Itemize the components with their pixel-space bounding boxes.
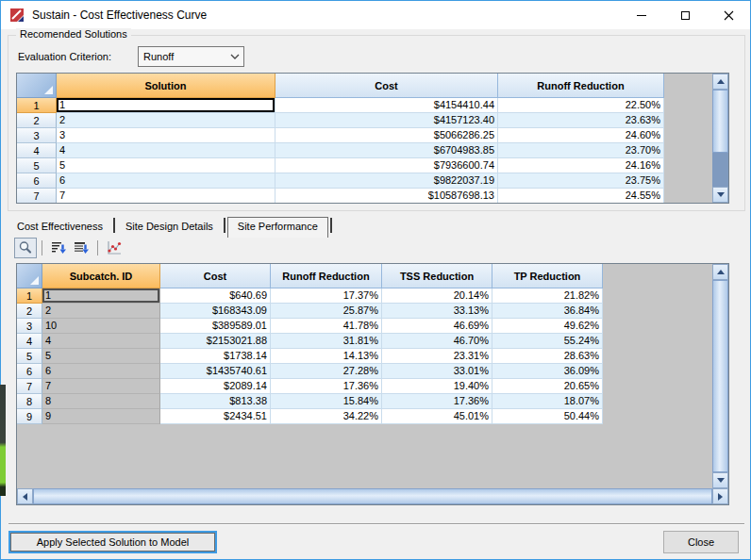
grid-cell[interactable]: 25.87% [271, 304, 382, 319]
grid-cell[interactable]: 5 [57, 158, 275, 173]
grid-cell[interactable]: 22.50% [498, 98, 664, 113]
grid-cell[interactable]: 15.84% [271, 394, 382, 409]
grid-cell[interactable]: 36.09% [492, 364, 603, 379]
grid-cell[interactable]: 49.62% [492, 319, 603, 334]
grid-cell[interactable]: 2 [57, 113, 275, 128]
row-header[interactable]: 5 [17, 349, 42, 364]
scroll-up-button[interactable] [712, 74, 728, 90]
grid-cell[interactable]: $2089.14 [160, 379, 271, 394]
column-header-solution[interactable]: Solution [57, 74, 275, 98]
grid-cell[interactable]: 23.31% [382, 349, 492, 364]
grid-cell[interactable]: 27.28% [271, 364, 382, 379]
column-header-cost[interactable]: Cost [275, 74, 498, 98]
grid-cell-selected[interactable]: 1 [42, 288, 160, 304]
row-header[interactable]: 1 [17, 98, 57, 113]
zoom-button[interactable] [14, 238, 37, 258]
apply-solution-button[interactable]: Apply Selected Solution to Model [8, 531, 217, 553]
grid-cell[interactable]: $7936600.74 [275, 158, 498, 173]
grid-cell[interactable]: $4154410.44 [275, 98, 498, 113]
row-header[interactable]: 5 [17, 158, 57, 173]
grid-cell[interactable]: $1738.14 [160, 349, 271, 364]
grid-cell[interactable]: 17.37% [271, 288, 382, 304]
column-header-cost[interactable]: Cost [160, 264, 271, 288]
grid-cell[interactable]: 46.69% [382, 319, 492, 334]
grid-cell[interactable]: $2434.51 [160, 409, 271, 424]
column-header-runoff-reduction[interactable]: Runoff Reduction [271, 264, 382, 288]
grid-cell[interactable]: 45.01% [382, 409, 492, 424]
grid-cell[interactable]: 3 [57, 128, 275, 143]
vertical-scrollbar[interactable] [712, 264, 728, 488]
grid-cell[interactable]: 17.36% [382, 394, 492, 409]
grid-cell[interactable]: 21.82% [492, 288, 603, 304]
horizontal-scrollbar[interactable] [17, 488, 728, 504]
grid-cell[interactable]: 33.13% [382, 304, 492, 319]
show-chart-button[interactable] [103, 238, 125, 258]
grid-cell[interactable]: 18.07% [492, 394, 603, 409]
row-header[interactable]: 3 [17, 319, 42, 334]
minimize-button[interactable] [620, 1, 663, 29]
grid-cell[interactable]: 10 [42, 319, 160, 334]
grid-cell[interactable]: 19.40% [382, 379, 492, 394]
export-data-button[interactable] [70, 238, 92, 258]
tab-cost-effectiveness[interactable]: Cost Effectiveness [8, 217, 111, 236]
column-header-subcatch-id[interactable]: Subcatch. ID [42, 264, 160, 288]
grid-select-all-corner[interactable] [17, 264, 42, 288]
grid-cell[interactable]: 4 [42, 334, 160, 349]
grid-cell[interactable]: 41.78% [271, 319, 382, 334]
import-data-button[interactable] [47, 238, 70, 258]
grid-cell[interactable]: $9822037.19 [275, 173, 498, 189]
evaluation-criterion-select[interactable]: Runoff [138, 46, 244, 67]
row-header[interactable]: 4 [17, 334, 42, 349]
column-header-tp-reduction[interactable]: TP Reduction [492, 264, 603, 288]
grid-cell[interactable]: 28.63% [492, 349, 603, 364]
vertical-scrollbar[interactable] [712, 74, 728, 203]
grid-cell[interactable]: 17.36% [271, 379, 382, 394]
grid-cell[interactable]: 34.22% [271, 409, 382, 424]
row-header[interactable]: 4 [17, 143, 57, 158]
grid-cell[interactable]: 24.16% [498, 158, 664, 173]
row-header[interactable]: 7 [17, 379, 42, 394]
grid-cell[interactable]: 31.81% [271, 334, 382, 349]
row-header[interactable]: 9 [17, 409, 42, 424]
grid-cell-selected[interactable]: 1 [57, 98, 275, 113]
close-window-button[interactable] [707, 1, 750, 29]
grid-cell[interactable]: $2153021.88 [160, 334, 271, 349]
grid-cell[interactable]: 9 [42, 409, 160, 424]
grid-cell[interactable]: 23.70% [498, 143, 664, 158]
tab-site-design-details[interactable]: Site Design Details [117, 217, 222, 236]
grid-cell[interactable]: 50.44% [492, 409, 603, 424]
grid-cell[interactable]: 24.60% [498, 128, 664, 143]
grid-cell[interactable]: 23.63% [498, 113, 664, 128]
grid-cell[interactable]: 33.01% [382, 364, 492, 379]
close-button[interactable]: Close [663, 531, 739, 553]
grid-cell[interactable]: $10587698.13 [275, 189, 498, 204]
scroll-down-button[interactable] [712, 472, 728, 488]
scroll-right-button[interactable] [712, 488, 728, 504]
scrollbar-thumb[interactable] [33, 488, 712, 504]
grid-cell[interactable]: 23.75% [498, 173, 664, 189]
row-header[interactable]: 8 [17, 394, 42, 409]
grid-cell[interactable]: 6 [57, 173, 275, 189]
grid-cell[interactable]: $389589.01 [160, 319, 271, 334]
grid-cell[interactable]: 46.70% [382, 334, 492, 349]
scrollbar-track[interactable] [712, 153, 728, 187]
grid-cell[interactable]: 7 [57, 189, 275, 204]
row-header[interactable]: 2 [17, 304, 42, 319]
grid-cell[interactable]: 2 [42, 304, 160, 319]
grid-cell[interactable]: 14.13% [271, 349, 382, 364]
grid-cell[interactable]: $168343.09 [160, 304, 271, 319]
grid-select-all-corner[interactable] [17, 74, 57, 98]
scroll-up-button[interactable] [712, 264, 728, 280]
grid-cell[interactable]: $5066286.25 [275, 128, 498, 143]
column-header-tss-reduction[interactable]: TSS Reduction [382, 264, 492, 288]
scrollbar-thumb[interactable] [712, 90, 728, 153]
row-header[interactable]: 6 [17, 364, 42, 379]
row-header[interactable]: 6 [17, 173, 57, 189]
grid-cell[interactable]: $4157123.40 [275, 113, 498, 128]
grid-cell[interactable]: 4 [57, 143, 275, 158]
row-header[interactable]: 7 [17, 189, 57, 204]
grid-cell[interactable]: $640.69 [160, 288, 271, 304]
grid-cell[interactable]: $1435740.61 [160, 364, 271, 379]
grid-cell[interactable]: 24.55% [498, 189, 664, 204]
grid-cell[interactable]: $6704983.85 [275, 143, 498, 158]
